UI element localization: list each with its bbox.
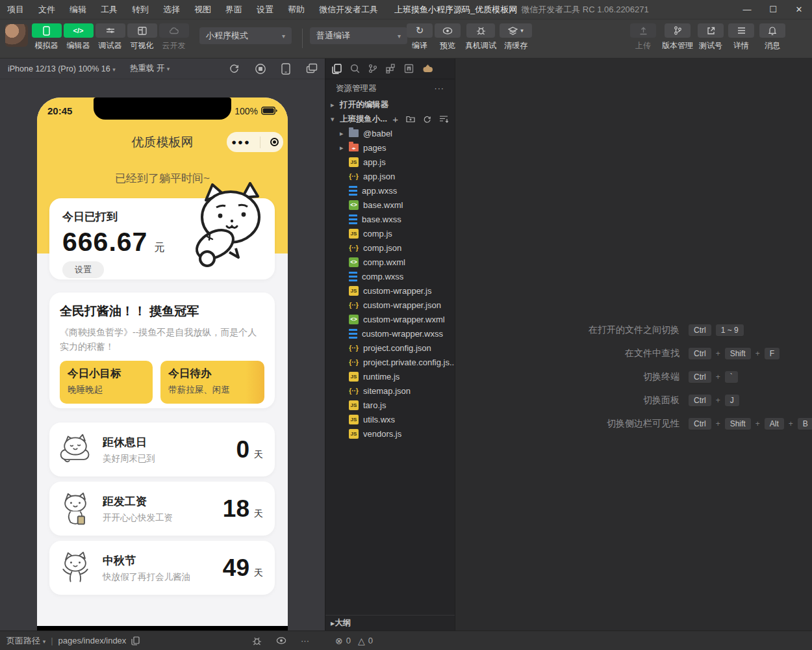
errors-icon[interactable]: ⊗ <box>335 636 343 646</box>
file-row[interactable]: app.wxss <box>325 183 455 198</box>
file-row[interactable]: JSapp.js <box>325 155 455 169</box>
copy-path-icon[interactable] <box>131 636 140 645</box>
section-open-editors[interactable]: ▸ 打开的编辑器 <box>325 98 455 112</box>
file-row[interactable]: JStaro.js <box>325 398 455 412</box>
file-row[interactable]: <>base.wxml <box>325 198 455 212</box>
restart-icon[interactable] <box>229 63 240 74</box>
minimize-icon[interactable]: — <box>734 0 760 20</box>
version-control-button[interactable]: 版本管理 <box>659 23 696 51</box>
more-actions-icon[interactable]: ··· <box>435 84 445 93</box>
clear-cache-button[interactable]: ▾ 清缓存 <box>498 23 534 51</box>
file-row[interactable]: ▸@babel <box>325 126 455 140</box>
remote-debug-button[interactable]: 真机调试 <box>463 23 499 51</box>
file-row[interactable]: {··}comp.json <box>325 240 455 255</box>
teapot-icon[interactable] <box>422 64 433 73</box>
file-name: comp.wxml <box>363 257 405 267</box>
more-status-icon[interactable]: ··· <box>301 636 309 645</box>
menu-devtools[interactable]: 微信开发者工具 <box>312 0 385 20</box>
compile-button[interactable]: ↻ 编译 <box>405 23 434 51</box>
search-icon[interactable] <box>350 64 360 73</box>
git-icon[interactable] <box>368 64 377 73</box>
file-row[interactable]: base.wxss <box>325 212 455 226</box>
countdown-mid-autumn[interactable]: 中秋节 快放假了再打会儿酱油 49 天 <box>49 541 275 595</box>
settings-button[interactable]: 设置 <box>62 261 104 278</box>
bug-icon <box>476 26 486 35</box>
menu-select[interactable]: 选择 <box>156 0 187 20</box>
menu-tools[interactable]: 工具 <box>94 0 125 20</box>
menu-interface[interactable]: 界面 <box>218 0 249 20</box>
file-name: @babel <box>363 129 392 138</box>
eye-status-icon[interactable] <box>276 636 286 645</box>
json-icon: {··} <box>349 172 359 181</box>
countdown-rest-day[interactable]: 距休息日 美好周末已到 0 天 <box>49 422 275 476</box>
goal-card-todo[interactable]: 今日待办 带薪拉屎、闲逛 <box>160 361 264 404</box>
file-row[interactable]: JSvendors.js <box>325 426 455 441</box>
kbd-key: Ctrl <box>689 395 711 406</box>
menu-file[interactable]: 文件 <box>31 0 62 20</box>
new-folder-icon[interactable] <box>406 114 415 124</box>
file-row[interactable]: <>comp.wxml <box>325 255 455 269</box>
file-row[interactable]: JScustom-wrapper.js <box>325 283 455 298</box>
folder-icon <box>349 129 359 137</box>
chevron-right-icon: ▸ <box>340 144 349 152</box>
multi-window-icon[interactable] <box>306 63 318 73</box>
preview-button[interactable]: 预览 <box>433 23 462 51</box>
close-icon[interactable]: ✕ <box>786 0 812 20</box>
mode-select[interactable]: 小程序模式▾ <box>199 27 292 44</box>
tab-editor[interactable]: </> 编辑器 <box>63 23 94 51</box>
capsule-menu[interactable]: ●●● <box>227 132 283 152</box>
file-row[interactable]: {··}project.config.json <box>325 341 455 355</box>
files-icon[interactable] <box>332 64 342 74</box>
maximize-icon[interactable]: ☐ <box>760 0 786 20</box>
home-target-icon[interactable] <box>270 138 279 146</box>
file-row[interactable]: JSutils.wxs <box>325 412 455 426</box>
compile-mode-select[interactable]: 普通编译▾ <box>310 27 407 44</box>
layout-icon <box>138 27 147 35</box>
new-file-icon[interactable]: + <box>392 114 398 124</box>
file-row[interactable]: custom-wrapper.wxss <box>325 326 455 341</box>
file-row[interactable]: {··}project.private.config.js... <box>325 355 455 369</box>
record-icon[interactable] <box>255 63 266 75</box>
js-icon: JS <box>349 415 359 424</box>
extensions-icon[interactable] <box>386 64 396 73</box>
errors-count: 0 <box>346 636 351 645</box>
tab-debugger[interactable]: 调试器 <box>95 23 125 51</box>
file-row[interactable]: {··}sitemap.json <box>325 384 455 398</box>
menu-settings[interactable]: 设置 <box>249 0 281 20</box>
more-dots-icon[interactable]: ●●● <box>231 137 251 147</box>
section-outline[interactable]: ▸ 大纲 <box>325 615 455 630</box>
file-row[interactable]: ▸pages <box>325 140 455 155</box>
tab-visual[interactable]: 可视化 <box>127 23 157 51</box>
menu-edit[interactable]: 编辑 <box>62 0 94 20</box>
section-project-root[interactable]: ▾ 上班摸鱼小... + <box>325 112 455 126</box>
npm-icon[interactable] <box>404 64 414 73</box>
user-avatar[interactable] <box>5 24 28 47</box>
details-button[interactable]: 详情 <box>728 23 755 51</box>
file-row[interactable]: comp.wxss <box>325 269 455 283</box>
menu-help[interactable]: 帮助 <box>281 0 312 20</box>
file-row[interactable]: JSruntime.js <box>325 369 455 384</box>
hot-reload-toggle[interactable]: 热重载 开 ▾ <box>130 63 170 74</box>
kbd-key: B <box>798 418 812 430</box>
refresh-tree-icon[interactable] <box>423 114 431 124</box>
goal-card-today[interactable]: 今日小目标 晚睡晚起 <box>60 361 153 404</box>
file-row[interactable]: JScomp.js <box>325 226 455 240</box>
file-row[interactable]: {··}app.json <box>325 169 455 183</box>
tab-simulator[interactable]: 模拟器 <box>31 23 62 51</box>
countdown-payday[interactable]: 距发工资 开开心心快发工资 18 天 <box>49 482 275 536</box>
file-row[interactable]: {··}custom-wrapper.json <box>325 298 455 312</box>
debug-status-icon[interactable] <box>252 636 262 645</box>
warnings-icon[interactable]: △ <box>358 636 365 646</box>
file-row[interactable]: <>custom-wrapper.wxml <box>325 312 455 326</box>
collapse-all-icon[interactable] <box>439 114 448 124</box>
menu-project[interactable]: 项目 <box>0 0 31 20</box>
menu-goto[interactable]: 转到 <box>125 0 156 20</box>
js-icon: JS <box>349 400 359 410</box>
menu-view[interactable]: 视图 <box>187 0 218 20</box>
messages-button[interactable]: 消息 <box>759 23 786 51</box>
test-account-button[interactable]: 测试号 <box>696 23 725 51</box>
page-path-label[interactable]: 页面路径 ▾ <box>6 635 45 647</box>
file-name: project.private.config.js... <box>363 358 455 367</box>
device-frame-icon[interactable] <box>281 63 290 75</box>
device-select[interactable]: iPhone 12/13 (Pro) 100% 16 ▾ <box>8 64 116 73</box>
